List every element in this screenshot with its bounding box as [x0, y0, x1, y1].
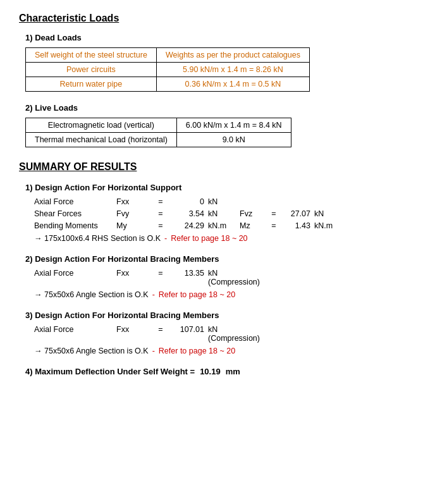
bending-moments-label: Bending Moments: [34, 221, 116, 230]
summary-title: SUMMARY OF RESULTS: [19, 161, 416, 173]
axial-force-unit-3: kN (Compression): [208, 325, 240, 343]
live-loads-cell: 6.00 kN/m x 1.4 m = 8.4 kN: [176, 118, 291, 133]
design-section-2: 2) Design Action For Horizontal Bracing …: [19, 254, 416, 299]
design-section-2-title: 2) Design Action For Horizontal Bracing …: [25, 254, 416, 264]
axial-force-row-3: Axial Force Fxx = 107.01 kN (Compression…: [25, 325, 416, 343]
shear-fvz-unit: kN: [314, 209, 343, 218]
shear-fvy-var: Fvy: [116, 209, 151, 218]
result-row-1: → 175x100x6.4 RHS Section is O.K - Refer…: [25, 234, 416, 243]
live-loads-cell: 9.0 kN: [176, 133, 291, 147]
table-row: Thermal mechanical Load (horizontal) 9.0…: [26, 133, 291, 147]
shear-fvz-eq: =: [265, 209, 283, 218]
dead-loads-cell: 0.36 kN/m x 1.4 m = 0.5 kN: [156, 77, 309, 92]
live-loads-cell: Electromagnetic load (vertical): [26, 118, 177, 133]
dead-loads-section: 1) Dead Loads Self weight of the steel s…: [19, 33, 416, 92]
bending-mz-val: 1.43: [283, 221, 314, 230]
result-link-2: Refer to page 18 ~ 20: [159, 290, 235, 299]
axial-force-val-2: 13.35: [170, 269, 208, 278]
shear-forces-label: Shear Forces: [34, 209, 116, 218]
shear-fvz-var: Fvz: [240, 209, 265, 218]
live-loads-cell: Thermal mechanical Load (horizontal): [26, 133, 177, 147]
bending-mz-var: Mz: [240, 221, 265, 230]
live-loads-section: 2) Live Loads Electromagnetic load (vert…: [19, 103, 416, 147]
table-row: Power circuits 5.90 kN/m x 1.4 m = 8.26 …: [26, 63, 310, 77]
result-dash-3: -: [152, 347, 155, 355]
bending-my-var: My: [116, 221, 151, 230]
axial-force-val-3: 107.01: [170, 325, 208, 334]
table-row: Return water pipe 0.36 kN/m x 1.4 m = 0.…: [26, 77, 310, 92]
dead-loads-table: Self weight of the steel structure Weigh…: [25, 47, 310, 92]
axial-force-var: Fxx: [116, 197, 151, 206]
dead-loads-title: 1) Dead Loads: [25, 33, 416, 42]
shear-fvy-val: 3.54: [170, 209, 208, 218]
shear-forces-row: Shear Forces Fvy = 3.54 kN Fvz = 27.07 k…: [25, 209, 416, 218]
bending-my-val: 24.29: [170, 221, 208, 230]
bending-mz-unit: kN.m: [314, 221, 343, 230]
axial-force-var-3: Fxx: [116, 325, 151, 334]
axial-force-label-3: Axial Force: [34, 325, 116, 334]
result-link-3: Refer to page 18 ~ 20: [159, 347, 235, 355]
result-dash-2: -: [152, 290, 155, 299]
bending-moments-row: Bending Moments My = 24.29 kN.m Mz = 1.4…: [25, 221, 416, 230]
bending-my-unit: kN.m: [208, 221, 240, 230]
axial-force-eq: =: [151, 197, 170, 206]
axial-force-val: 0: [170, 197, 208, 206]
max-deflection-unit: mm: [226, 367, 240, 376]
bending-my-eq: =: [151, 221, 170, 230]
dead-loads-cell: Self weight of the steel structure: [26, 48, 157, 63]
result-text-3: → 75x50x6 Angle Section is O.K: [34, 347, 149, 355]
axial-force-row-1: Axial Force Fxx = 0 kN: [25, 197, 416, 206]
axial-force-label-2: Axial Force: [34, 269, 116, 278]
shear-fvz-val: 27.07: [283, 209, 314, 218]
design-section-3: 3) Design Action For Horizontal Bracing …: [19, 310, 416, 355]
design-section-1: 1) Design Action For Horizontal Support …: [19, 183, 416, 243]
max-deflection-section: 4) Maximum Deflection Under Self Weight …: [19, 367, 416, 376]
table-row: Electromagnetic load (vertical) 6.00 kN/…: [26, 118, 291, 133]
page-title: Characteristic Loads: [19, 13, 416, 24]
dead-loads-cell: Power circuits: [26, 63, 157, 77]
dead-loads-cell: 5.90 kN/m x 1.4 m = 8.26 kN: [156, 63, 309, 77]
dead-loads-cell: Weights as per the product catalogues: [156, 48, 309, 63]
shear-fvy-unit: kN: [208, 209, 240, 218]
design-section-1-title: 1) Design Action For Horizontal Support: [25, 183, 416, 192]
axial-force-eq-3: =: [151, 325, 170, 334]
result-row-3: → 75x50x6 Angle Section is O.K - Refer t…: [25, 347, 416, 355]
table-row: Self weight of the steel structure Weigh…: [26, 48, 310, 63]
axial-force-var-2: Fxx: [116, 269, 151, 278]
max-deflection-label: 4) Maximum Deflection Under Self Weight …: [25, 367, 195, 376]
axial-force-unit-2: kN (Compression): [208, 269, 240, 286]
design-section-3-title: 3) Design Action For Horizontal Bracing …: [25, 310, 416, 320]
axial-force-row-2: Axial Force Fxx = 13.35 kN (Compression): [25, 269, 416, 286]
axial-force-unit: kN: [208, 197, 240, 206]
shear-fvy-eq: =: [151, 209, 170, 218]
dead-loads-cell: Return water pipe: [26, 77, 157, 92]
live-loads-title: 2) Live Loads: [25, 103, 416, 113]
bending-mz-eq: =: [265, 221, 283, 230]
axial-force-label: Axial Force: [34, 197, 116, 206]
result-link-1: Refer to page 18 ~ 20: [171, 234, 247, 243]
result-text-2: → 75x50x6 Angle Section is O.K: [34, 290, 149, 299]
result-text-1: → 175x100x6.4 RHS Section is O.K: [34, 234, 161, 243]
result-row-2: → 75x50x6 Angle Section is O.K - Refer t…: [25, 290, 416, 299]
max-deflection-value: 10.19: [200, 367, 221, 376]
live-loads-table: Electromagnetic load (vertical) 6.00 kN/…: [25, 118, 291, 147]
axial-force-eq-2: =: [151, 269, 170, 278]
result-dash-1: -: [164, 234, 167, 243]
